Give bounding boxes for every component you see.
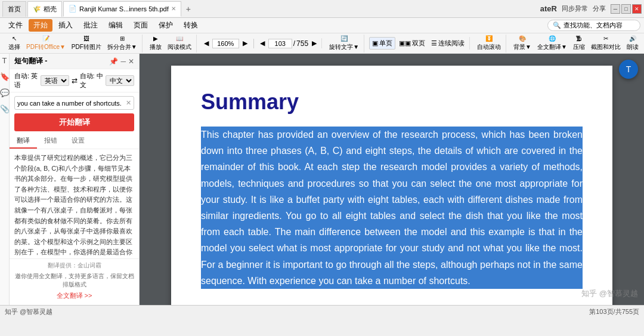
pdf-to-image-btn[interactable]: 🖼 PDF转图片 [69, 35, 104, 53]
view-group: ▶ 播放 📖 阅读模式 [145, 35, 197, 53]
panel-tabs: 翻译 报错 设置 [10, 134, 139, 149]
from-lang-select[interactable]: 英语 [41, 75, 69, 86]
zoom-input[interactable] [212, 39, 239, 48]
status-right: 第103页/共755页 [589, 307, 639, 316]
read-mode-btn[interactable]: 📖 阅读模式 [165, 35, 194, 53]
tab-error[interactable]: 报错 [37, 134, 64, 149]
tab-translate[interactable]: 翻译 [10, 134, 37, 149]
minimize-button[interactable]: ─ [611, 4, 620, 14]
rotate-text-btn[interactable]: 🔄 旋转文字▼ [327, 35, 361, 53]
next-page-btn[interactable]: ▶ [309, 38, 319, 48]
compress-btn[interactable]: 🗜 压缩 [571, 35, 587, 53]
left-sidebar: T 🔖 💬 📎 [0, 54, 10, 305]
status-text: 知乎 @智慕灵越 [5, 307, 52, 316]
floating-translate-btn[interactable]: T [619, 60, 638, 79]
main-toolbar: ↖ 选择 📝 PDF转Office▼ 🖼 PDF转图片 ⊞ 拆分合并▼ ▶ 播放… [0, 33, 644, 54]
zoom-out-btn[interactable]: ◀ [202, 38, 211, 48]
single-page-btn[interactable]: ▣ 单页 [369, 37, 395, 50]
play-icon: ▶ [153, 35, 158, 42]
panel-close-btn[interactable]: ✕ [128, 57, 134, 66]
to-lang-select[interactable]: 中文 [106, 75, 134, 86]
share-btn[interactable]: 分享 [593, 4, 606, 13]
lang-row: 自动: 英语 英语 ⇄ 自动: 中文 中文 [10, 69, 139, 93]
menu-annotate[interactable]: 批注 [79, 19, 103, 32]
menu-insert[interactable]: 插入 [54, 19, 78, 32]
read-label: 阅读模式 [168, 43, 191, 51]
separator [253, 39, 254, 48]
menu-edit[interactable]: 编辑 [104, 19, 128, 32]
tab-pdf[interactable]: 📄 Ranjit Kumar S...inners 5th.pdf ✕ [63, 1, 181, 17]
rotate-label: 旋转文字▼ [329, 43, 359, 51]
maximize-button[interactable]: □ [621, 4, 631, 14]
sidebar-comment-icon[interactable]: 💬 [0, 88, 10, 97]
full-translate-btn[interactable]: 🌐 全文翻译▼ [535, 35, 569, 53]
main-layout: T 🔖 💬 📎 短句翻译 - 📌 ─ ✕ 自动: 英语 英语 ⇄ 自动: 中文 … [0, 54, 644, 305]
total-pages: 755 [296, 39, 308, 48]
input-text: you can take a number of shortcuts. [17, 100, 122, 107]
select-tool-btn[interactable]: ↖ 选择 [6, 35, 23, 53]
sidebar-bookmark-icon[interactable]: 🔖 [0, 72, 10, 81]
panel-minimize-btn[interactable]: ─ [120, 57, 126, 66]
menu-page[interactable]: 页面 [129, 19, 153, 32]
image-label: PDF转图片 [72, 43, 101, 51]
tts-btn[interactable]: 🔊 朗读 [624, 35, 641, 53]
full-translate-link[interactable]: 全文翻译 >> [14, 289, 134, 303]
continuous-label: 连续阅读 [438, 39, 465, 48]
panel-pin-btn[interactable]: 📌 [109, 57, 118, 66]
input-field[interactable]: you can take a number of shortcuts. ✕ [14, 96, 134, 110]
title-bar: 首页 🌾 稻壳 📄 Ranjit Kumar S...inners 5th.pd… [0, 0, 644, 18]
search-input[interactable] [564, 22, 635, 29]
new-tab-button[interactable]: + [182, 3, 194, 15]
extra-group: 🎨 背景▼ 🌐 全文翻译▼ 🗜 压缩 ✂ 截图和对比 🔊 朗读 🔍 查找替换 [509, 35, 644, 53]
daoke-icon: 🌾 [33, 5, 41, 13]
double-page-btn[interactable]: ▣▣ 双页 [397, 38, 428, 49]
tab-bar: 首页 🌾 稻壳 📄 Ranjit Kumar S...inners 5th.pd… [2, 1, 540, 17]
menu-start[interactable]: 开始 [29, 19, 52, 32]
page-number-input[interactable] [268, 39, 292, 48]
pdf-tab-label: Ranjit Kumar S...inners 5th.pdf [79, 5, 169, 13]
tab-close-btn[interactable]: ✕ [171, 5, 176, 12]
status-left: 知乎 @智慕灵越 [5, 307, 52, 316]
menu-bar: 文件 开始 插入 批注 编辑 页面 保护 转换 🔍 [0, 18, 644, 33]
tab-daoke[interactable]: 🌾 稻壳 [27, 1, 62, 17]
background-btn[interactable]: 🎨 背景▼ [511, 35, 534, 53]
rate-label: ateR [540, 4, 557, 13]
sidebar-translate-icon[interactable]: T [2, 56, 7, 65]
input-area: you can take a number of shortcuts. ✕ [14, 96, 134, 110]
menu-convert[interactable]: 转换 [179, 19, 203, 32]
screenshot-btn[interactable]: ✂ 截图和对比 [589, 35, 623, 53]
play-btn[interactable]: ▶ 播放 [147, 35, 164, 53]
image-icon: 🖼 [83, 35, 89, 42]
continuous-icon: ☰ [431, 39, 437, 47]
home-tab-label: 首页 [8, 5, 21, 14]
compress-label: 压缩 [573, 43, 585, 51]
menu-file[interactable]: 文件 [4, 19, 27, 32]
swap-icon[interactable]: ⇄ [72, 76, 78, 85]
sync-status: 同步异常 [562, 4, 588, 13]
translate-button[interactable]: 开始翻译 [14, 113, 134, 131]
translation-result: 本章提供了研究过程的概述，它已分为三个阶段(a, B, C)和八个步骤，每细节见… [10, 149, 139, 258]
screenshot-icon: ✂ [603, 35, 608, 42]
continuous-btn[interactable]: ☰ 连续阅读 [429, 38, 467, 49]
watermark: 知乎 @智慕灵越 [581, 288, 638, 299]
zoom-in-btn[interactable]: ▶ [240, 38, 250, 48]
select-label: 选择 [8, 43, 20, 51]
translate-label: 全文翻译▼ [537, 43, 567, 51]
tab-settings[interactable]: 设置 [64, 134, 92, 149]
sidebar-attachment-icon[interactable]: 📎 [0, 104, 10, 113]
split-merge-btn[interactable]: ⊞ 拆分合并▼ [105, 35, 140, 53]
auto-scroll-btn[interactable]: ⏬ 自动滚动 [475, 35, 503, 53]
layout-group: ▣ 单页 ▣▣ 双页 ☰ 连续阅读 [367, 37, 470, 50]
panel-header: 短句翻译 - 📌 ─ ✕ [10, 54, 139, 69]
compress-icon: 🗜 [576, 35, 582, 42]
menu-protect[interactable]: 保护 [154, 19, 178, 32]
pdf-to-office-btn[interactable]: 📝 PDF转Office▼ [24, 35, 68, 53]
prev-page-btn[interactable]: ◀ [258, 38, 267, 48]
close-button[interactable]: ✕ [632, 4, 642, 14]
tab-home[interactable]: 首页 [2, 1, 26, 17]
split-icon: ⊞ [120, 35, 125, 42]
scroll-label: 自动滚动 [477, 43, 501, 51]
office-icon: 📝 [42, 35, 49, 42]
pdf-selected-text[interactable]: This chapter has provided an overview of… [201, 127, 583, 289]
clear-input-icon[interactable]: ✕ [126, 99, 131, 107]
